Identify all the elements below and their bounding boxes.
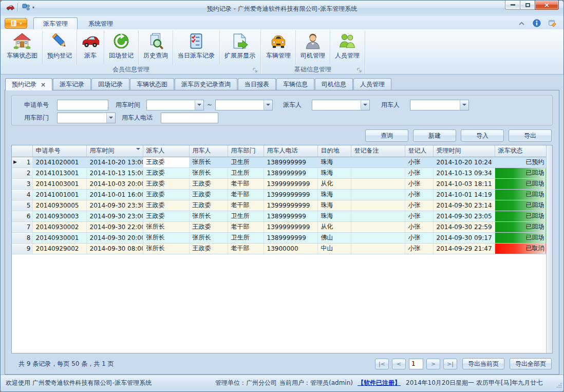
grid-cell[interactable]: 王政委 — [189, 189, 228, 200]
grid-cell[interactable]: 珠海 — [317, 157, 351, 167]
dispatcher-combo[interactable] — [312, 100, 370, 110]
department-combo[interactable] — [57, 113, 116, 123]
row-indicator[interactable]: 2 — [12, 167, 32, 178]
doc-tab-4[interactable]: 车辆状态图 — [130, 78, 174, 90]
grid-cell[interactable]: 20141003001 — [32, 178, 86, 189]
first-page-button[interactable]: |< — [375, 359, 389, 369]
user-combo[interactable] — [410, 100, 469, 110]
grid-cell[interactable] — [351, 200, 405, 211]
grid-cell[interactable]: 2014-10-13 15:00 — [86, 167, 143, 178]
dialog-launcher-icon[interactable] — [357, 67, 362, 72]
grid-cell[interactable]: 珠海 — [317, 167, 351, 178]
grid-cell[interactable] — [351, 189, 405, 200]
grid-cell[interactable]: 小张 — [405, 211, 433, 221]
grid-cell[interactable]: 张所长 — [143, 243, 189, 254]
grid-cell[interactable]: 20141001001 — [32, 189, 86, 200]
grid-cell[interactable]: 小张 — [405, 200, 433, 211]
grid-cell[interactable]: 小张 — [405, 243, 433, 254]
grid-cell[interactable]: 张所长 — [143, 221, 189, 232]
doc-tab-1[interactable]: 预约记录× — [5, 78, 52, 90]
status-cell[interactable]: 已取消 — [495, 243, 546, 254]
grid-cell[interactable]: 佛山 — [317, 232, 351, 243]
ribbon-tab-1[interactable]: 派车管理 — [33, 17, 78, 29]
row-indicator[interactable]: 7 — [12, 221, 32, 232]
collapse-ribbon-icon[interactable] — [517, 19, 525, 27]
grid-cell[interactable]: 2014-09-30 23:30 — [86, 200, 143, 211]
request-no-input-field[interactable] — [58, 100, 108, 110]
doc-tab-3[interactable]: 回场记录 — [91, 78, 129, 90]
checklist-button[interactable]: 当日派车记录 — [173, 30, 220, 65]
grid-cell[interactable]: 13999999999 — [264, 189, 317, 200]
grid-cell[interactable]: 2014-09-30 09:17 — [433, 232, 495, 243]
screen-export-button[interactable]: 扩展屏显示 — [220, 30, 260, 65]
grid-cell[interactable]: 小张 — [405, 189, 433, 200]
row-indicator[interactable]: ▶1 — [12, 157, 32, 167]
grid-cell[interactable]: 小张 — [405, 221, 433, 232]
grid-cell[interactable]: 中山 — [317, 243, 351, 254]
license-link[interactable]: 【软件已注册】 — [358, 379, 401, 387]
grid-cell[interactable]: 张所长 — [189, 211, 228, 221]
grid-cell[interactable]: 2014-09-30 23:14 — [433, 200, 495, 211]
dialog-launcher-icon[interactable] — [253, 67, 258, 72]
row-indicator[interactable]: 4 — [12, 189, 32, 200]
grid-cell[interactable]: 20140930001 — [32, 232, 86, 243]
row-indicator[interactable]: 5 — [12, 200, 32, 211]
grid-cell[interactable]: 2014-10-01 14:19 — [433, 189, 495, 200]
next-page-button[interactable]: > — [426, 359, 440, 369]
column-header-3[interactable]: 派车人 — [143, 145, 189, 157]
column-header-10[interactable]: 受理时间 — [433, 145, 495, 157]
grid-cell[interactable]: 小张 — [405, 167, 433, 178]
grid-cell[interactable]: 王政委 — [189, 243, 228, 254]
house-button[interactable]: 车辆状态图 — [2, 30, 43, 65]
grid-cell[interactable] — [351, 221, 405, 232]
doc-tab-2[interactable]: 派车记录 — [53, 78, 91, 90]
grid-cell[interactable]: 从化 — [317, 221, 351, 232]
column-header-2[interactable]: 用车时间 — [86, 145, 143, 157]
grid-cell[interactable]: 王政委 — [143, 211, 189, 221]
about-icon[interactable] — [548, 19, 556, 27]
phone-input-field[interactable] — [161, 113, 218, 123]
export-current-page-button[interactable]: 导出当前页 — [462, 358, 504, 369]
people-button[interactable]: 人员管理 — [330, 30, 364, 65]
last-page-button[interactable]: >| — [443, 359, 457, 369]
window-layout-icon[interactable] — [21, 3, 30, 11]
doc-tab-5[interactable]: 派车历史记录查询 — [175, 78, 237, 90]
grid-cell[interactable]: 珠海 — [317, 211, 351, 221]
status-cell[interactable]: 已回场 — [495, 178, 546, 189]
new-button[interactable]: 新建 — [413, 129, 456, 142]
request-no-input[interactable] — [57, 100, 108, 110]
grid-cell[interactable]: 王政委 — [143, 200, 189, 211]
combo-arrow-icon[interactable] — [460, 100, 468, 110]
grid-cell[interactable]: 2014-09-30 22:00 — [86, 221, 143, 232]
grid-cell[interactable]: 张所长 — [189, 157, 228, 167]
app-car-icon[interactable] — [5, 3, 14, 11]
grid-cell[interactable] — [351, 232, 405, 243]
doc-tab-7[interactable]: 车辆信息 — [276, 78, 314, 90]
red-car-button[interactable]: 派车 — [77, 30, 104, 65]
grid-cell[interactable] — [351, 157, 405, 167]
filter-dropdown-icon[interactable] — [136, 150, 140, 157]
column-header-5[interactable]: 用车部门 — [228, 145, 264, 157]
info-icon[interactable] — [533, 19, 541, 27]
grid-cell[interactable]: 20141013001 — [32, 167, 86, 178]
grid-cell[interactable]: 王政委 — [143, 167, 189, 178]
phone-input[interactable] — [161, 113, 218, 123]
grid-cell[interactable]: 从化 — [317, 178, 351, 189]
grid-cell[interactable]: 珠海 — [317, 200, 351, 211]
use-time-to-combo[interactable] — [215, 100, 273, 110]
import-button[interactable]: 导入 — [461, 129, 504, 142]
grid-cell[interactable]: 2014-10-13 09:34 — [433, 167, 495, 178]
grid-cell[interactable]: 小张 — [405, 232, 433, 243]
grid-cell[interactable]: 王政委 — [143, 189, 189, 200]
taxi-button[interactable]: 车辆管理 — [261, 30, 296, 65]
grid-cell[interactable] — [351, 211, 405, 221]
grid-cell[interactable]: 卫生所 — [228, 211, 264, 221]
combo-arrow-icon[interactable] — [264, 100, 272, 110]
row-indicator[interactable]: 9 — [12, 243, 32, 254]
grid-cell[interactable] — [351, 243, 405, 254]
grid-cell[interactable]: 20140930002 — [32, 221, 86, 232]
grid-cell[interactable]: 20140930003 — [32, 211, 86, 221]
recycle-button[interactable]: 回场登记 — [104, 30, 139, 65]
grid-cell[interactable]: 卫生所 — [228, 157, 264, 167]
close-button[interactable]: × — [535, 1, 559, 10]
